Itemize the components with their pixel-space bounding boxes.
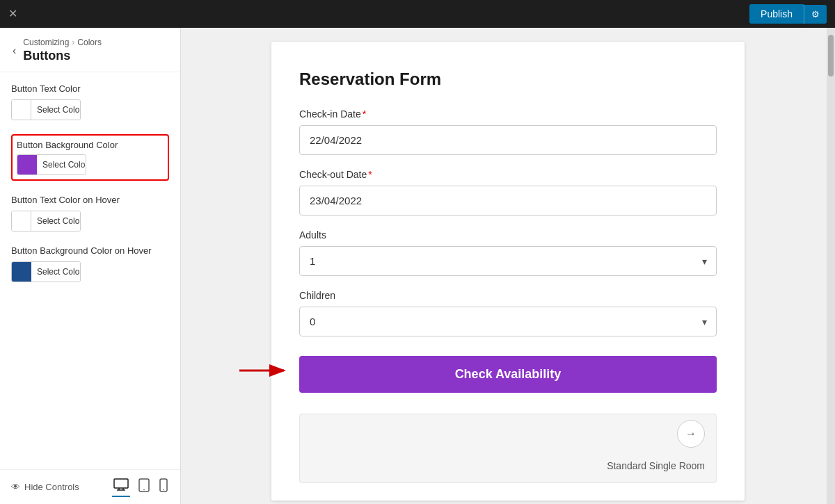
- eye-icon: 👁: [11, 482, 20, 492]
- button-text-color-picker[interactable]: Select Color: [11, 99, 81, 120]
- red-arrow-annotation: [237, 358, 292, 386]
- button-bg-hover-label: Button Background Color on Hover: [11, 245, 169, 256]
- button-bg-color-select-btn[interactable]: Select Color: [37, 155, 86, 174]
- adults-label: Adults: [299, 229, 717, 241]
- desktop-view-button[interactable]: [112, 477, 130, 497]
- sidebar-footer: 👁 Hide Controls: [0, 469, 180, 504]
- checkout-label: Check-out Date*: [299, 169, 717, 180]
- breadcrumb-separator: ›: [72, 38, 74, 47]
- breadcrumb: Customizing › Colors: [23, 38, 102, 47]
- sidebar-title: Buttons: [23, 49, 102, 63]
- view-icons: [112, 477, 169, 497]
- breadcrumb-part1: Customizing: [23, 38, 69, 47]
- button-text-hover-select-btn[interactable]: Select Color: [31, 211, 81, 231]
- checkin-group: Check-in Date*: [299, 108, 717, 155]
- sidebar-header: ‹ Customizing › Colors Buttons: [0, 28, 180, 72]
- button-text-color-select-btn[interactable]: Select Color: [31, 100, 81, 120]
- sidebar: ‹ Customizing › Colors Buttons Button Te…: [0, 28, 181, 504]
- checkin-input[interactable]: [299, 125, 717, 155]
- button-bg-hover-section: Button Background Color on Hover Select …: [11, 245, 169, 282]
- button-bg-color-picker[interactable]: Select Color: [17, 154, 86, 175]
- checkout-input[interactable]: [299, 186, 717, 216]
- button-text-color-swatch: [12, 100, 31, 120]
- publish-settings-button[interactable]: ⚙: [804, 5, 827, 24]
- publish-button-group: Publish ⚙: [749, 4, 827, 24]
- hide-controls-label: Hide Controls: [24, 482, 79, 492]
- children-label: Children: [299, 290, 717, 301]
- children-group: Children 0 1 2 ▾: [299, 290, 717, 336]
- sidebar-back-button[interactable]: ‹: [11, 43, 17, 58]
- main-layout: ‹ Customizing › Colors Buttons Button Te…: [0, 28, 835, 504]
- form-title: Reservation Form: [299, 70, 717, 89]
- preview-area: Reservation Form Check-in Date* Check-ou…: [181, 28, 835, 504]
- sidebar-content: Button Text Color Select Color Button Ba…: [0, 72, 180, 469]
- mobile-view-button[interactable]: [158, 477, 169, 497]
- button-bg-hover-select-btn[interactable]: Select Color: [31, 262, 81, 282]
- children-select[interactable]: 0 1 2: [299, 307, 717, 336]
- scrollbar[interactable]: [827, 28, 835, 504]
- button-text-hover-picker[interactable]: Select Color: [11, 211, 81, 231]
- adults-select[interactable]: 1 2 3 4: [299, 246, 717, 276]
- button-bg-hover-picker[interactable]: Select Color: [11, 261, 81, 282]
- bottom-card-area: → Standard Single Room: [299, 414, 717, 483]
- breadcrumb-part2: Colors: [77, 38, 102, 47]
- button-bg-color-swatch: [17, 155, 37, 174]
- tablet-view-button[interactable]: [137, 477, 151, 497]
- scrollbar-thumb: [828, 35, 834, 76]
- button-text-color-section: Button Text Color Select Color: [11, 83, 169, 120]
- check-availability-button[interactable]: Check Availability: [299, 356, 717, 393]
- svg-point-7: [163, 489, 164, 491]
- adults-select-wrapper: 1 2 3 4 ▾: [299, 246, 717, 276]
- adults-group: Adults 1 2 3 4 ▾: [299, 229, 717, 276]
- button-text-hover-label: Button Text Color on Hover: [11, 195, 169, 205]
- hide-controls-button[interactable]: 👁 Hide Controls: [11, 482, 79, 492]
- button-text-hover-section: Button Text Color on Hover Select Color: [11, 195, 169, 231]
- close-button[interactable]: ✕: [8, 8, 17, 19]
- next-button[interactable]: →: [677, 420, 705, 448]
- button-bg-color-section: Button Background Color Select Color: [11, 134, 169, 181]
- room-label: Standard Single Room: [607, 460, 705, 471]
- checkin-label: Check-in Date*: [299, 108, 717, 120]
- checkout-group: Check-out Date*: [299, 169, 717, 216]
- top-bar: ✕ Publish ⚙: [0, 0, 835, 28]
- button-text-hover-swatch: [12, 211, 31, 231]
- svg-rect-0: [114, 479, 128, 488]
- button-bg-hover-swatch: [12, 262, 31, 282]
- check-availability-row: Check Availability: [299, 350, 717, 393]
- publish-button[interactable]: Publish: [749, 4, 804, 24]
- button-bg-color-label: Button Background Color: [17, 140, 164, 150]
- preview-frame: Reservation Form Check-in Date* Check-ou…: [271, 42, 745, 501]
- children-select-wrapper: 0 1 2 ▾: [299, 307, 717, 336]
- svg-point-5: [143, 489, 145, 491]
- button-text-color-label: Button Text Color: [11, 83, 169, 94]
